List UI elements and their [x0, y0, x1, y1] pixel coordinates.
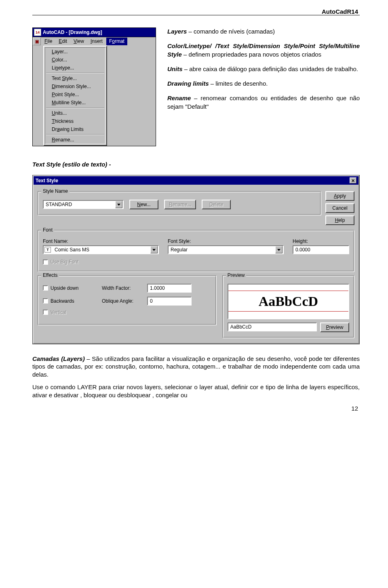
- rename-button: Rename...: [164, 200, 196, 209]
- menu-insert[interactable]: Insert: [88, 38, 105, 45]
- help-button[interactable]: Help: [325, 215, 354, 225]
- use-big-font-label: Use Big Font: [51, 259, 78, 265]
- upside-down-checkbox[interactable]: Upside down: [43, 285, 95, 291]
- group-preview-legend: Preview: [226, 272, 247, 278]
- font-style-label: Font Style:: [168, 238, 284, 244]
- preview-button[interactable]: Preview: [320, 322, 349, 332]
- menu-edit[interactable]: Edit: [56, 38, 70, 45]
- page-number: 12: [32, 405, 360, 412]
- backwards-label: Backwards: [51, 298, 74, 304]
- checkbox-icon: [43, 259, 48, 265]
- menu-item-thickness[interactable]: Thickness: [45, 117, 105, 125]
- height-input[interactable]: 0.0000: [293, 245, 349, 254]
- window-title: AutoCAD - [Drawing.dwg]: [43, 30, 102, 35]
- truetype-icon: T: [44, 247, 51, 253]
- dialog-title: Text Style: [36, 178, 58, 183]
- group-effects: Effects Upside down Width Factor: 1.0000: [38, 275, 217, 325]
- desc-rename-rest: – renomear comandos ou entidades de dese…: [167, 95, 360, 110]
- menu-item-text-style[interactable]: Text Style...: [45, 74, 105, 82]
- menu-bar: ▣ File Edit View Insert Format: [33, 37, 156, 46]
- font-name-combo[interactable]: T Comic Sans MS: [43, 245, 159, 254]
- close-icon[interactable]: ✕: [350, 177, 356, 183]
- menu-item-drawing-limits[interactable]: Drawing Limits: [45, 125, 105, 133]
- menu-view[interactable]: View: [71, 38, 87, 45]
- chevron-down-icon[interactable]: [150, 246, 158, 253]
- preview-input-value: AaBbCcD: [230, 324, 252, 330]
- menu-format[interactable]: Format: [106, 38, 127, 45]
- desc-limits-rest: – limites de desenho.: [209, 80, 268, 87]
- cancel-button[interactable]: Cancel: [325, 203, 354, 213]
- group-style-name: Style Name STANDARD New... Rename... Del…: [38, 191, 321, 215]
- preview-sample-text: AaBbCcD: [259, 294, 318, 309]
- section-heading-text-style: Text Style (estilo de texto) -: [32, 161, 360, 168]
- doc-header: AutoCadR14: [32, 8, 360, 15]
- group-font-legend: Font: [41, 227, 54, 233]
- menu-item-color[interactable]: Color...: [45, 56, 105, 64]
- menu-separator: [46, 134, 104, 135]
- desc-layers-lead: Layers: [167, 28, 187, 35]
- vertical-checkbox: Vertical: [43, 310, 95, 315]
- body-p2: Use o comando LAYER para criar novos lay…: [32, 384, 360, 398]
- menu-item-linetype[interactable]: Linetype...: [45, 64, 105, 72]
- format-dropdown: Layer... Color... Linetype... Text Style…: [43, 46, 107, 146]
- vertical-label: Vertical: [51, 310, 66, 315]
- body-p1-lead: Camadas (Layers): [32, 355, 85, 362]
- format-menu-screenshot: 14 AutoCAD - [Drawing.dwg] ▣ File Edit V…: [32, 27, 156, 146]
- menu-separator: [46, 107, 104, 108]
- chevron-down-icon[interactable]: [115, 201, 122, 208]
- body-paragraphs: Camadas (Layers) – São utilizados para f…: [32, 355, 360, 399]
- font-name-label: Font Name:: [43, 238, 159, 244]
- font-style-value: Regular: [169, 247, 275, 253]
- desc-units-rest: – abre caixa de diálogo para definição d…: [183, 65, 358, 72]
- menu-item-multiline-style[interactable]: Multiline Style...: [45, 99, 105, 107]
- chevron-down-icon[interactable]: [275, 246, 283, 253]
- group-font: Font Font Name: T Comic Sans MS Fo: [38, 230, 354, 272]
- group-preview: Preview AaBbCcD AaBbCcD: [222, 275, 354, 338]
- app-icon: 14: [34, 29, 41, 36]
- menu-item-rename[interactable]: Rename...: [45, 136, 105, 144]
- menu-item-point-style[interactable]: Point Style...: [45, 91, 105, 99]
- checkbox-icon: [43, 298, 48, 303]
- desc-styles-rest: – definem propriedades para novos objeto…: [182, 51, 321, 58]
- oblique-angle-value: 0: [150, 298, 153, 304]
- new-button[interactable]: New...: [129, 200, 158, 209]
- dialog-title-bar: Text Style ✕: [34, 176, 358, 185]
- desc-layers-rest: – comando de níveis (camadas): [187, 28, 275, 35]
- width-factor-label: Width Factor:: [102, 285, 141, 291]
- oblique-angle-label: Oblique Angle:: [102, 298, 141, 304]
- width-factor-input[interactable]: 1.0000: [147, 284, 192, 293]
- preview-text-input[interactable]: AaBbCcD: [228, 322, 317, 331]
- height-value: 0.0000: [295, 247, 310, 253]
- window-title-bar: 14 AutoCAD - [Drawing.dwg]: [33, 28, 156, 37]
- group-style-name-legend: Style Name: [41, 188, 70, 194]
- sys-menu-icon[interactable]: ▣: [33, 38, 41, 45]
- width-factor-value: 1.0000: [150, 285, 165, 291]
- use-big-font-checkbox: Use Big Font: [43, 259, 78, 265]
- style-name-combo[interactable]: STANDARD: [43, 200, 124, 209]
- apply-button[interactable]: Apply: [325, 191, 354, 201]
- backwards-checkbox[interactable]: Backwards: [43, 298, 95, 304]
- height-label: Height:: [293, 238, 349, 244]
- menu-separator: [46, 73, 104, 74]
- upside-down-label: Upside down: [51, 285, 78, 291]
- desc-units-lead: Units: [167, 65, 183, 72]
- oblique-angle-input[interactable]: 0: [147, 297, 192, 306]
- desc-rename-lead: Rename: [167, 95, 191, 101]
- delete-button: Delete: [202, 200, 231, 209]
- style-name-value: STANDARD: [44, 202, 115, 207]
- menu-item-dimension-style[interactable]: Dimension Style...: [45, 82, 105, 91]
- menu-item-layer[interactable]: Layer...: [45, 48, 105, 56]
- checkbox-icon: [43, 285, 48, 291]
- preview-canvas: AaBbCcD: [228, 284, 349, 319]
- desc-limits-lead: Drawing limits: [167, 80, 209, 87]
- menu-file[interactable]: File: [42, 38, 55, 45]
- checkbox-icon: [43, 310, 48, 315]
- group-effects-legend: Effects: [41, 272, 59, 278]
- font-style-combo[interactable]: Regular: [168, 245, 284, 254]
- text-style-dialog: Text Style ✕ Style Name STANDARD New...: [32, 175, 360, 344]
- font-name-value: Comic Sans MS: [53, 247, 150, 253]
- description-column: Layers – comando de níveis (camadas) Col…: [167, 27, 360, 146]
- menu-item-units[interactable]: Units...: [45, 109, 105, 117]
